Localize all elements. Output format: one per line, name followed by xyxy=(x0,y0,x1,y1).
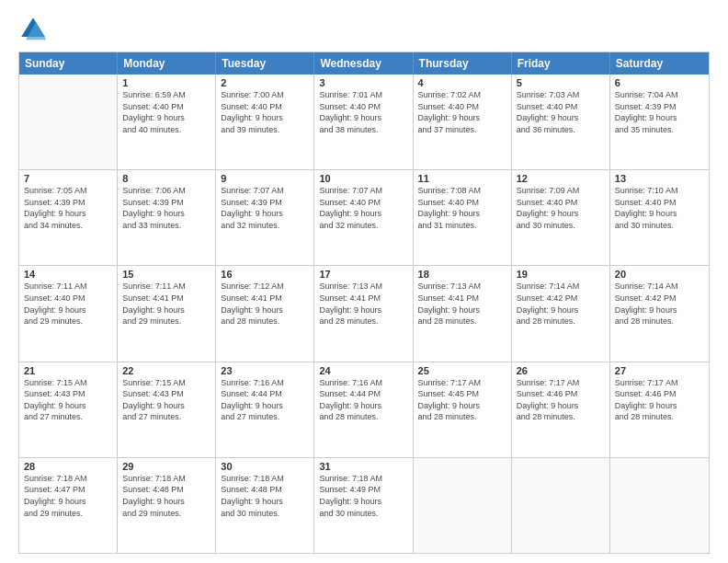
day-of-week-header: Saturday xyxy=(610,52,709,75)
day-number: 2 xyxy=(221,77,309,88)
cell-info-line: Daylight: 9 hours xyxy=(517,400,605,412)
cell-info-line: Sunset: 4:39 PM xyxy=(122,197,210,209)
calendar: SundayMondayTuesdayWednesdayThursdayFrid… xyxy=(18,52,710,554)
calendar-cell: 22Sunrise: 7:15 AMSunset: 4:43 PMDayligh… xyxy=(118,362,216,457)
cell-info-line: and 30 minutes. xyxy=(517,220,605,232)
day-number: 27 xyxy=(615,365,704,376)
cell-info-line: and 35 minutes. xyxy=(615,124,704,136)
calendar-cell: 30Sunrise: 7:18 AMSunset: 4:48 PMDayligh… xyxy=(216,458,314,553)
cell-info-line: Sunset: 4:45 PM xyxy=(418,388,506,400)
cell-info-line: Sunrise: 7:18 AM xyxy=(122,473,210,485)
cell-info-line: Daylight: 9 hours xyxy=(122,400,210,412)
cell-info-line: Sunrise: 7:03 AM xyxy=(517,89,605,101)
calendar-cell: 25Sunrise: 7:17 AMSunset: 4:45 PMDayligh… xyxy=(414,362,512,457)
day-number: 17 xyxy=(319,269,407,280)
day-number: 30 xyxy=(221,461,309,472)
cell-info-line: Sunrise: 7:13 AM xyxy=(418,281,506,293)
cell-info-line: Sunset: 4:40 PM xyxy=(122,101,210,113)
day-number: 25 xyxy=(418,365,506,376)
calendar-cell: 12Sunrise: 7:09 AMSunset: 4:40 PMDayligh… xyxy=(512,170,610,265)
cell-info-line: Sunrise: 7:18 AM xyxy=(221,473,309,485)
calendar-cell xyxy=(512,458,610,553)
cell-info-line: Sunset: 4:42 PM xyxy=(517,293,605,304)
day-number: 24 xyxy=(319,365,407,376)
day-number: 10 xyxy=(319,173,407,184)
calendar-cell: 17Sunrise: 7:13 AMSunset: 4:41 PMDayligh… xyxy=(314,266,413,361)
cell-info-line: and 27 minutes. xyxy=(24,411,112,423)
cell-info-line: and 28 minutes. xyxy=(418,316,506,327)
cell-info-line: Daylight: 9 hours xyxy=(517,112,605,124)
calendar-cell: 2Sunrise: 7:00 AMSunset: 4:40 PMDaylight… xyxy=(216,75,314,169)
calendar-cell: 6Sunrise: 7:04 AMSunset: 4:39 PMDaylight… xyxy=(610,75,709,169)
calendar-cell: 1Sunrise: 6:59 AMSunset: 4:40 PMDaylight… xyxy=(118,75,216,169)
cell-info-line: Sunrise: 7:00 AM xyxy=(221,89,309,101)
cell-info-line: Daylight: 9 hours xyxy=(24,496,112,508)
cell-info-line: and 32 minutes. xyxy=(221,220,309,232)
day-number: 18 xyxy=(418,269,506,280)
cell-info-line: and 28 minutes. xyxy=(418,411,506,423)
day-of-week-header: Friday xyxy=(512,52,610,75)
cell-info-line: Sunrise: 7:15 AM xyxy=(24,377,112,389)
header xyxy=(18,15,710,44)
day-number: 12 xyxy=(517,173,605,184)
cell-info-line: Daylight: 9 hours xyxy=(418,208,506,220)
cell-info-line: Sunrise: 7:07 AM xyxy=(319,185,407,197)
cell-info-line: Sunrise: 7:01 AM xyxy=(319,89,407,101)
cell-info-line: Sunrise: 7:18 AM xyxy=(24,473,112,485)
calendar-cell: 5Sunrise: 7:03 AMSunset: 4:40 PMDaylight… xyxy=(512,75,610,169)
cell-info-line: Sunset: 4:40 PM xyxy=(517,101,605,113)
cell-info-line: Sunset: 4:46 PM xyxy=(615,388,704,400)
cell-info-line: Daylight: 9 hours xyxy=(221,208,309,220)
cell-info-line: Daylight: 9 hours xyxy=(319,208,407,220)
calendar-cell: 23Sunrise: 7:16 AMSunset: 4:44 PMDayligh… xyxy=(216,362,314,457)
day-number: 8 xyxy=(122,173,210,184)
day-number: 22 xyxy=(122,365,210,376)
cell-info-line: Sunset: 4:39 PM xyxy=(221,197,309,209)
day-number: 29 xyxy=(122,461,210,472)
cell-info-line: Sunrise: 7:11 AM xyxy=(122,281,210,293)
cell-info-line: Daylight: 9 hours xyxy=(517,208,605,220)
calendar-cell: 4Sunrise: 7:02 AMSunset: 4:40 PMDaylight… xyxy=(414,75,512,169)
cell-info-line: Sunset: 4:40 PM xyxy=(319,101,407,113)
cell-info-line: Daylight: 9 hours xyxy=(319,112,407,124)
cell-info-line: Sunrise: 7:18 AM xyxy=(319,473,407,485)
cell-info-line: and 36 minutes. xyxy=(517,124,605,136)
cell-info-line: and 29 minutes. xyxy=(122,316,210,327)
cell-info-line: Daylight: 9 hours xyxy=(24,208,112,220)
cell-info-line: Sunset: 4:46 PM xyxy=(517,388,605,400)
cell-info-line: Sunrise: 7:16 AM xyxy=(319,377,407,389)
calendar-cell: 20Sunrise: 7:14 AMSunset: 4:42 PMDayligh… xyxy=(610,266,709,361)
cell-info-line: Daylight: 9 hours xyxy=(221,400,309,412)
calendar-cell: 11Sunrise: 7:08 AMSunset: 4:40 PMDayligh… xyxy=(414,170,512,265)
cell-info-line: Daylight: 9 hours xyxy=(418,112,506,124)
cell-info-line: and 33 minutes. xyxy=(122,220,210,232)
cell-info-line: Sunset: 4:40 PM xyxy=(517,197,605,209)
calendar-cell: 28Sunrise: 7:18 AMSunset: 4:47 PMDayligh… xyxy=(19,458,118,553)
cell-info-line: Sunset: 4:42 PM xyxy=(615,293,704,304)
day-number: 7 xyxy=(24,173,112,184)
cell-info-line: Sunrise: 7:13 AM xyxy=(319,281,407,293)
calendar-cell: 10Sunrise: 7:07 AMSunset: 4:40 PMDayligh… xyxy=(314,170,413,265)
cell-info-line: Sunset: 4:40 PM xyxy=(615,197,704,209)
cell-info-line: and 28 minutes. xyxy=(517,316,605,327)
cell-info-line: Sunset: 4:48 PM xyxy=(122,484,210,496)
cell-info-line: Sunset: 4:39 PM xyxy=(615,101,704,113)
cell-info-line: Sunset: 4:40 PM xyxy=(221,101,309,113)
cell-info-line: and 40 minutes. xyxy=(122,124,210,136)
cell-info-line: Sunrise: 7:17 AM xyxy=(517,377,605,389)
cell-info-line: and 31 minutes. xyxy=(418,220,506,232)
cell-info-line: Sunset: 4:41 PM xyxy=(418,293,506,304)
cell-info-line: Sunrise: 7:16 AM xyxy=(221,377,309,389)
cell-info-line: and 28 minutes. xyxy=(319,411,407,423)
cell-info-line: and 29 minutes. xyxy=(122,508,210,520)
cell-info-line: Sunset: 4:40 PM xyxy=(24,293,112,304)
day-of-week-header: Thursday xyxy=(414,52,512,75)
cell-info-line: Daylight: 9 hours xyxy=(615,304,704,316)
cell-info-line: Sunrise: 6:59 AM xyxy=(122,89,210,101)
cell-info-line: Sunrise: 7:12 AM xyxy=(221,281,309,293)
cell-info-line: Daylight: 9 hours xyxy=(615,400,704,412)
cell-info-line: Sunset: 4:48 PM xyxy=(221,484,309,496)
cell-info-line: Sunset: 4:44 PM xyxy=(221,388,309,400)
cell-info-line: and 30 minutes. xyxy=(319,508,407,520)
calendar-cell: 13Sunrise: 7:10 AMSunset: 4:40 PMDayligh… xyxy=(610,170,709,265)
